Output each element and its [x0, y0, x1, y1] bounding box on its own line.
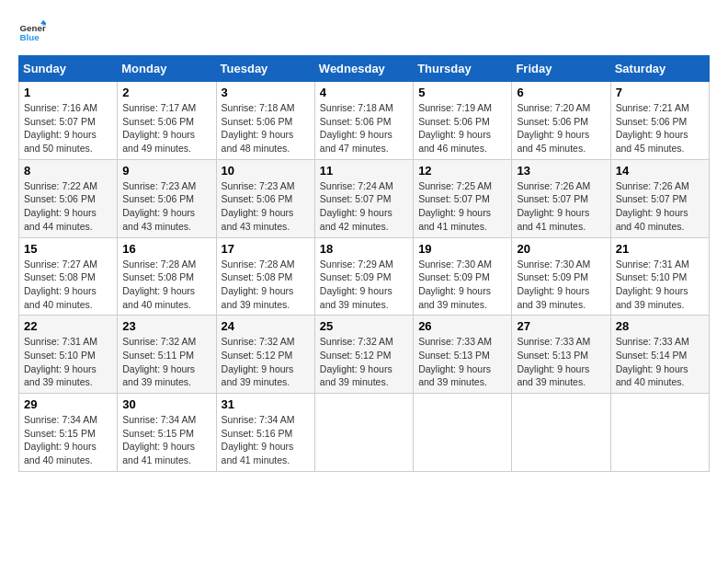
calendar-cell: 27 Sunrise: 7:33 AMSunset: 5:13 PMDaylig… [512, 316, 610, 394]
calendar-cell: 30 Sunrise: 7:34 AMSunset: 5:15 PMDaylig… [118, 394, 216, 472]
day-info: Sunrise: 7:30 AMSunset: 5:09 PMDaylight:… [418, 259, 492, 310]
day-number: 18 [320, 242, 408, 256]
weekday-header: Friday [512, 56, 610, 82]
calendar-cell: 3 Sunrise: 7:18 AMSunset: 5:06 PMDayligh… [216, 82, 314, 160]
day-number: 8 [24, 164, 112, 178]
calendar-cell: 21 Sunrise: 7:31 AMSunset: 5:10 PMDaylig… [610, 237, 709, 316]
calendar-cell: 20 Sunrise: 7:30 AMSunset: 5:09 PMDaylig… [512, 237, 610, 316]
day-info: Sunrise: 7:34 AMSunset: 5:15 PMDaylight:… [122, 414, 196, 465]
day-info: Sunrise: 7:32 AMSunset: 5:12 PMDaylight:… [222, 336, 295, 387]
calendar-cell: 19 Sunrise: 7:30 AMSunset: 5:09 PMDaylig… [414, 237, 512, 316]
calendar-cell: 23 Sunrise: 7:32 AMSunset: 5:11 PMDaylig… [118, 316, 216, 394]
day-info: Sunrise: 7:20 AMSunset: 5:06 PMDaylight:… [517, 102, 590, 154]
day-number: 26 [418, 319, 506, 333]
day-number: 10 [222, 164, 310, 178]
calendar-cell [414, 394, 512, 472]
day-info: Sunrise: 7:29 AMSunset: 5:09 PMDaylight:… [320, 259, 393, 310]
header: General Blue [18, 18, 710, 46]
calendar-cell: 2 Sunrise: 7:17 AMSunset: 5:06 PMDayligh… [118, 82, 216, 160]
day-info: Sunrise: 7:26 AMSunset: 5:07 PMDaylight:… [517, 180, 590, 232]
day-number: 25 [320, 319, 408, 333]
calendar-cell: 18 Sunrise: 7:29 AMSunset: 5:09 PMDaylig… [314, 237, 413, 316]
day-info: Sunrise: 7:28 AMSunset: 5:08 PMDaylight:… [122, 259, 196, 310]
weekday-header: Wednesday [314, 56, 413, 82]
calendar-cell [314, 394, 413, 472]
day-info: Sunrise: 7:24 AMSunset: 5:07 PMDaylight:… [320, 180, 393, 232]
weekday-header: Sunday [19, 56, 118, 82]
day-number: 21 [616, 242, 704, 256]
calendar-cell: 10 Sunrise: 7:23 AMSunset: 5:06 PMDaylig… [216, 159, 314, 237]
calendar-cell: 14 Sunrise: 7:26 AMSunset: 5:07 PMDaylig… [610, 159, 709, 237]
day-info: Sunrise: 7:31 AMSunset: 5:10 PMDaylight:… [24, 336, 97, 387]
weekday-header: Saturday [610, 56, 709, 82]
calendar-cell: 15 Sunrise: 7:27 AMSunset: 5:08 PMDaylig… [19, 237, 118, 316]
day-number: 24 [222, 319, 310, 333]
day-info: Sunrise: 7:28 AMSunset: 5:08 PMDaylight:… [222, 259, 295, 310]
day-info: Sunrise: 7:32 AMSunset: 5:12 PMDaylight:… [320, 336, 393, 387]
day-info: Sunrise: 7:23 AMSunset: 5:06 PMDaylight:… [122, 180, 196, 232]
day-number: 4 [320, 86, 408, 99]
day-info: Sunrise: 7:16 AMSunset: 5:07 PMDaylight:… [24, 102, 97, 154]
logo-icon: General Blue [18, 18, 46, 46]
calendar-table: SundayMondayTuesdayWednesdayThursdayFrid… [18, 55, 710, 472]
calendar-week-row: 15 Sunrise: 7:27 AMSunset: 5:08 PMDaylig… [19, 237, 710, 316]
calendar-week-row: 22 Sunrise: 7:31 AMSunset: 5:10 PMDaylig… [19, 316, 710, 394]
calendar-cell: 7 Sunrise: 7:21 AMSunset: 5:06 PMDayligh… [610, 82, 709, 160]
day-info: Sunrise: 7:33 AMSunset: 5:13 PMDaylight:… [418, 336, 492, 387]
day-number: 3 [222, 86, 310, 99]
day-info: Sunrise: 7:23 AMSunset: 5:06 PMDaylight:… [222, 180, 295, 232]
weekday-header: Monday [118, 56, 216, 82]
day-number: 2 [122, 86, 210, 99]
calendar-cell: 16 Sunrise: 7:28 AMSunset: 5:08 PMDaylig… [118, 237, 216, 316]
calendar-cell: 31 Sunrise: 7:34 AMSunset: 5:16 PMDaylig… [216, 394, 314, 472]
day-info: Sunrise: 7:18 AMSunset: 5:06 PMDaylight:… [222, 102, 295, 154]
day-number: 9 [122, 164, 210, 178]
calendar-cell [610, 394, 709, 472]
day-number: 13 [517, 164, 605, 178]
day-info: Sunrise: 7:33 AMSunset: 5:13 PMDaylight:… [517, 336, 590, 387]
weekday-header: Thursday [414, 56, 512, 82]
day-number: 5 [418, 86, 506, 99]
calendar-cell: 12 Sunrise: 7:25 AMSunset: 5:07 PMDaylig… [414, 159, 512, 237]
calendar-week-row: 8 Sunrise: 7:22 AMSunset: 5:06 PMDayligh… [19, 159, 710, 237]
calendar-cell: 1 Sunrise: 7:16 AMSunset: 5:07 PMDayligh… [19, 82, 118, 160]
svg-text:General: General [20, 23, 47, 33]
day-info: Sunrise: 7:27 AMSunset: 5:08 PMDaylight:… [24, 259, 97, 310]
day-number: 14 [616, 164, 704, 178]
day-number: 27 [517, 319, 605, 333]
calendar-cell: 25 Sunrise: 7:32 AMSunset: 5:12 PMDaylig… [314, 316, 413, 394]
day-info: Sunrise: 7:19 AMSunset: 5:06 PMDaylight:… [418, 102, 492, 154]
day-info: Sunrise: 7:25 AMSunset: 5:07 PMDaylight:… [418, 180, 492, 232]
day-number: 12 [418, 164, 506, 178]
calendar-cell: 4 Sunrise: 7:18 AMSunset: 5:06 PMDayligh… [314, 82, 413, 160]
day-info: Sunrise: 7:30 AMSunset: 5:09 PMDaylight:… [517, 259, 590, 310]
day-number: 19 [418, 242, 506, 256]
day-number: 1 [24, 86, 112, 99]
day-number: 16 [122, 242, 210, 256]
calendar-cell [512, 394, 610, 472]
day-number: 22 [24, 319, 112, 333]
day-info: Sunrise: 7:34 AMSunset: 5:15 PMDaylight:… [24, 414, 97, 465]
day-info: Sunrise: 7:34 AMSunset: 5:16 PMDaylight:… [222, 414, 295, 465]
calendar-cell: 17 Sunrise: 7:28 AMSunset: 5:08 PMDaylig… [216, 237, 314, 316]
logo: General Blue [18, 18, 50, 46]
day-number: 15 [24, 242, 112, 256]
calendar-cell: 6 Sunrise: 7:20 AMSunset: 5:06 PMDayligh… [512, 82, 610, 160]
day-number: 30 [122, 397, 210, 411]
svg-text:Blue: Blue [20, 32, 40, 42]
day-info: Sunrise: 7:32 AMSunset: 5:11 PMDaylight:… [122, 336, 196, 387]
day-info: Sunrise: 7:21 AMSunset: 5:06 PMDaylight:… [616, 102, 689, 154]
day-info: Sunrise: 7:31 AMSunset: 5:10 PMDaylight:… [616, 259, 689, 310]
calendar-header-row: SundayMondayTuesdayWednesdayThursdayFrid… [19, 56, 710, 82]
day-info: Sunrise: 7:26 AMSunset: 5:07 PMDaylight:… [616, 180, 689, 232]
day-number: 7 [616, 86, 704, 99]
day-number: 28 [616, 319, 704, 333]
calendar-cell: 28 Sunrise: 7:33 AMSunset: 5:14 PMDaylig… [610, 316, 709, 394]
calendar-cell: 5 Sunrise: 7:19 AMSunset: 5:06 PMDayligh… [414, 82, 512, 160]
calendar-cell: 9 Sunrise: 7:23 AMSunset: 5:06 PMDayligh… [118, 159, 216, 237]
day-number: 6 [517, 86, 605, 99]
day-number: 29 [24, 397, 112, 411]
weekday-header: Tuesday [216, 56, 314, 82]
day-number: 20 [517, 242, 605, 256]
calendar-cell: 26 Sunrise: 7:33 AMSunset: 5:13 PMDaylig… [414, 316, 512, 394]
